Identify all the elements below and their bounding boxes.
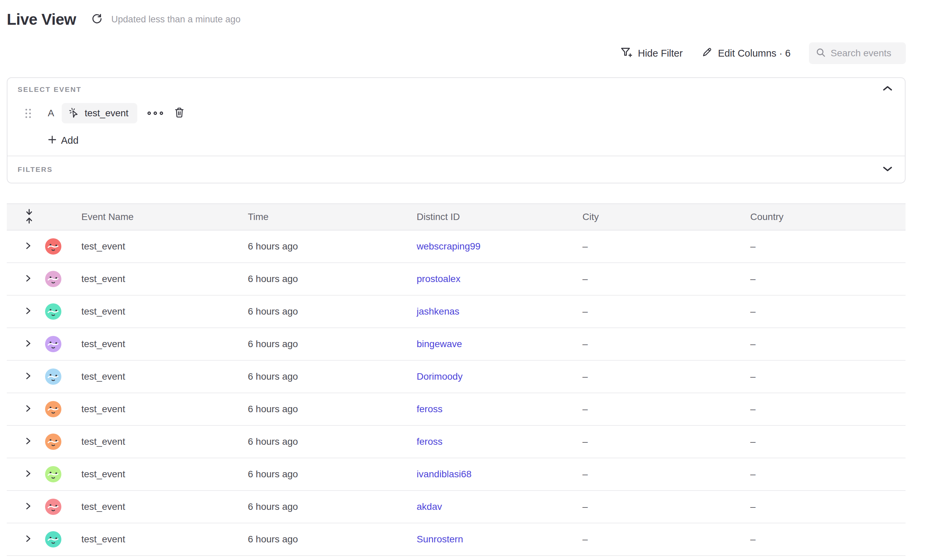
city-cell: – xyxy=(582,523,588,555)
expand-row-button[interactable] xyxy=(24,458,32,490)
distinct-id-link[interactable]: Dorimoody xyxy=(417,361,462,392)
search-input[interactable] xyxy=(831,48,898,58)
chevron-right-icon xyxy=(24,502,32,512)
distinct-id-link[interactable]: ivandiblasi68 xyxy=(417,458,471,490)
add-label: Add xyxy=(61,135,79,146)
chevron-up-icon xyxy=(882,85,893,93)
event-select-chip[interactable]: test_event xyxy=(62,103,137,123)
table-rows: test_event 6 hours ago webscraping99 – –… xyxy=(7,231,905,556)
select-event-label: SELECT EVENT xyxy=(18,85,82,94)
collapse-section-button[interactable] xyxy=(882,85,893,93)
series-letter: A xyxy=(48,108,54,118)
avatar[interactable] xyxy=(45,498,62,515)
distinct-id-link[interactable]: webscraping99 xyxy=(417,231,480,262)
more-options-button[interactable] xyxy=(145,109,165,117)
country-cell: – xyxy=(750,393,756,425)
edit-columns-label: Edit Columns · 6 xyxy=(718,48,791,59)
chevron-right-icon xyxy=(24,534,32,545)
expand-row-button[interactable] xyxy=(24,523,32,555)
trash-icon xyxy=(174,107,185,120)
avatar[interactable] xyxy=(45,401,62,417)
country-cell: – xyxy=(750,491,756,523)
distinct-id-link[interactable]: bingewave xyxy=(417,328,462,360)
delete-event-button[interactable] xyxy=(174,107,185,120)
drag-handle-icon[interactable] xyxy=(25,109,31,118)
city-cell: – xyxy=(582,231,588,262)
chevron-right-icon xyxy=(24,339,32,349)
event-name-cell: test_event xyxy=(82,328,125,360)
city-cell: – xyxy=(582,263,588,295)
hide-filter-button[interactable]: Hide Filter xyxy=(620,46,682,60)
distinct-id-link[interactable]: jashkenas xyxy=(417,295,459,328)
expand-row-button[interactable] xyxy=(24,491,32,523)
table-row: test_event 6 hours ago feross – – xyxy=(7,393,905,426)
distinct-id-link[interactable]: feross xyxy=(417,393,442,425)
expand-filters-button[interactable] xyxy=(882,166,893,173)
table-row: test_event 6 hours ago Dorimoody – – xyxy=(7,361,905,393)
event-name-cell: test_event xyxy=(82,263,125,295)
filters-section: FILTERS xyxy=(8,155,905,183)
refresh-button[interactable] xyxy=(92,13,102,25)
city-cell: – xyxy=(582,361,588,392)
time-cell: 6 hours ago xyxy=(248,491,298,523)
column-header-time: Time xyxy=(248,204,268,230)
plus-icon xyxy=(48,135,57,146)
city-cell: – xyxy=(582,458,588,490)
event-name-cell: test_event xyxy=(82,295,125,328)
refresh-icon xyxy=(92,13,102,25)
chevron-right-icon xyxy=(24,274,32,284)
country-cell: – xyxy=(750,458,756,490)
table-row: test_event 6 hours ago feross – – xyxy=(7,426,905,458)
avatar[interactable] xyxy=(45,434,62,450)
column-header-country: Country xyxy=(750,204,784,230)
city-cell: – xyxy=(582,393,588,425)
table-row: test_event 6 hours ago bingewave – – xyxy=(7,328,905,361)
expand-row-button[interactable] xyxy=(24,426,32,458)
expand-row-button[interactable] xyxy=(24,231,32,262)
avatar[interactable] xyxy=(45,368,62,385)
country-cell: – xyxy=(750,426,756,458)
country-cell: – xyxy=(750,231,756,262)
expand-row-button[interactable] xyxy=(24,328,32,360)
distinct-id-link[interactable]: feross xyxy=(417,426,442,458)
time-cell: 6 hours ago xyxy=(248,328,298,360)
city-cell: – xyxy=(582,491,588,523)
expand-row-button[interactable] xyxy=(24,393,32,425)
city-cell: – xyxy=(582,295,588,328)
country-cell: – xyxy=(750,328,756,360)
distinct-id-link[interactable]: prostoalex xyxy=(417,263,460,295)
chevron-right-icon xyxy=(24,404,32,414)
distinct-id-link[interactable]: Sunrostern xyxy=(417,523,463,555)
avatar[interactable] xyxy=(45,271,62,287)
avatar[interactable] xyxy=(45,238,62,255)
select-event-section: SELECT EVENT A test_event xyxy=(8,78,905,155)
add-event-button[interactable]: Add xyxy=(48,129,79,151)
distinct-id-link[interactable]: akdav xyxy=(417,491,442,523)
selected-event-label: test_event xyxy=(85,108,128,118)
table-row: test_event 6 hours ago prostoalex – – xyxy=(7,263,905,295)
avatar[interactable] xyxy=(45,531,62,548)
expand-row-button[interactable] xyxy=(24,361,32,392)
avatar[interactable] xyxy=(45,336,62,352)
time-cell: 6 hours ago xyxy=(248,523,298,555)
avatar[interactable] xyxy=(45,303,62,320)
search-icon xyxy=(816,48,826,59)
time-cell: 6 hours ago xyxy=(248,263,298,295)
chevron-right-icon xyxy=(24,306,32,317)
hide-filter-label: Hide Filter xyxy=(638,48,682,59)
page-title: Live View xyxy=(7,10,76,28)
collapse-rows-button[interactable] xyxy=(25,204,34,230)
event-name-cell: test_event xyxy=(82,491,125,523)
search-events-box xyxy=(809,42,906,64)
event-name-cell: test_event xyxy=(82,458,125,490)
events-table: Event Name Time Distinct ID City Country… xyxy=(7,203,905,556)
time-cell: 6 hours ago xyxy=(248,361,298,392)
event-name-cell: test_event xyxy=(82,231,125,262)
expand-row-button[interactable] xyxy=(24,263,32,295)
time-cell: 6 hours ago xyxy=(248,426,298,458)
edit-columns-button[interactable]: Edit Columns · 6 xyxy=(701,46,791,60)
avatar[interactable] xyxy=(45,466,62,482)
city-cell: – xyxy=(582,426,588,458)
expand-row-button[interactable] xyxy=(24,295,32,328)
event-name-cell: test_event xyxy=(82,393,125,425)
